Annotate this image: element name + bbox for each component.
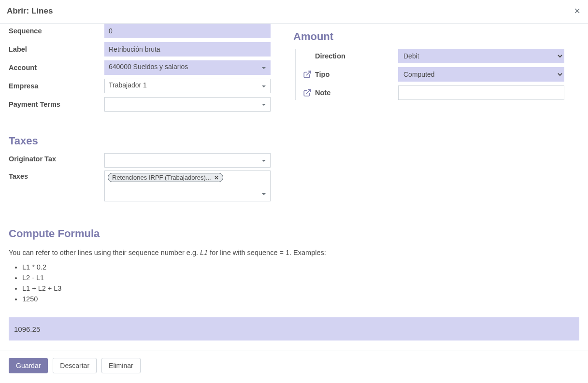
account-select[interactable]: 640000 Sueldos y salarios: [104, 60, 271, 75]
external-link-icon[interactable]: [302, 70, 312, 79]
note-label: Note: [315, 89, 398, 97]
taxes-label: Taxes: [9, 170, 104, 180]
taxes-multiselect[interactable]: Retenciones IRPF (Trabajadores)... ✕: [104, 170, 271, 201]
amount-title: Amount: [293, 30, 564, 46]
originator-tax-label: Originator Tax: [9, 153, 104, 163]
compute-desc: You can refer to other lines using their…: [9, 249, 579, 256]
delete-button[interactable]: Eliminar: [101, 358, 141, 373]
account-label: Account: [9, 64, 104, 71]
compute-desc-pre: You can refer to other lines using their…: [9, 249, 200, 256]
compute-desc-post: for line with sequence = 1. Examples:: [208, 249, 326, 256]
empresa-select[interactable]: Trabajador 1: [104, 79, 271, 93]
payment-terms-select[interactable]: [104, 97, 271, 112]
originator-tax-select[interactable]: [104, 153, 271, 168]
discard-button[interactable]: Descartar: [53, 358, 97, 373]
sequence-input[interactable]: [104, 24, 271, 38]
payment-terms-label: Payment Terms: [9, 100, 104, 108]
tipo-label: Tipo: [315, 71, 398, 78]
tax-tag-label: Retenciones IRPF (Trabajadores)...: [112, 174, 211, 181]
modal-title: Abrir: Lines: [7, 6, 53, 16]
compute-formula-title: Compute Formula: [9, 225, 579, 243]
close-icon[interactable]: ×: [574, 6, 580, 16]
remove-tag-icon[interactable]: ✕: [214, 174, 219, 181]
modal-footer: Guardar Descartar Eliminar: [0, 351, 588, 383]
example-item: L1 * 0.2: [22, 263, 579, 271]
tipo-select[interactable]: Computed: [398, 67, 564, 82]
direction-label: Direction: [315, 52, 398, 60]
svg-line-1: [307, 89, 311, 93]
svg-line-0: [307, 71, 311, 75]
formula-input[interactable]: [9, 317, 579, 340]
label-label: Label: [9, 45, 104, 53]
taxes-title: Taxes: [9, 132, 579, 150]
direction-select[interactable]: Debit: [398, 49, 564, 63]
example-item: L1 + L2 + L3: [22, 284, 579, 292]
save-button[interactable]: Guardar: [9, 358, 48, 373]
note-input[interactable]: [398, 85, 564, 100]
modal-body: Sequence Label Account 640000 Sueldos y …: [0, 24, 588, 342]
account-value: 640000 Sueldos y salarios: [109, 63, 188, 71]
tax-tag[interactable]: Retenciones IRPF (Trabajadores)... ✕: [108, 173, 223, 182]
empresa-value: Trabajador 1: [109, 81, 147, 89]
example-item: 1250: [22, 295, 579, 303]
example-item: L2 - L1: [22, 274, 579, 282]
label-input[interactable]: [104, 42, 271, 57]
sequence-label: Sequence: [9, 27, 104, 35]
empresa-label: Empresa: [9, 82, 104, 90]
modal-header: Abrir: Lines ×: [0, 0, 588, 24]
external-link-icon[interactable]: [302, 88, 312, 98]
compute-examples: L1 * 0.2 L2 - L1 L1 + L2 + L3 1250: [22, 263, 579, 303]
compute-desc-em: L1: [200, 249, 208, 256]
